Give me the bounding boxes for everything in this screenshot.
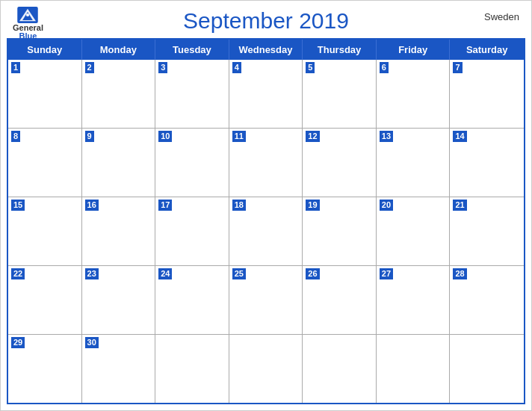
day-cell-28: 28 [450,266,524,334]
day-cell-13: 13 [377,129,451,197]
day-cell-22: 22 [8,266,82,334]
day-cell-5: 5 [303,60,377,128]
day-number: 7 [453,62,462,73]
day-number: 19 [306,200,319,211]
day-number: 2 [85,62,94,73]
day-cell-15: 15 [8,197,82,265]
day-cell-16: 16 [82,197,156,265]
day-cell-11: 11 [229,129,303,197]
day-cell-20: 20 [377,197,451,265]
day-cell-14: 14 [450,129,524,197]
day-cell-18: 18 [229,197,303,265]
day-number: 11 [232,131,246,142]
day-cell-1: 1 [8,60,82,128]
day-number: 3 [158,62,167,73]
day-cell-24: 24 [155,266,229,334]
day-number: 6 [380,62,389,73]
day-cell-23: 23 [82,266,156,334]
week-row-5: 2930 [8,334,524,403]
day-number: 23 [85,268,99,279]
day-header-thursday: Thursday [303,40,377,60]
weeks-container: 1234567891011121314151617181920212223242… [8,60,524,403]
day-number: 14 [453,131,466,142]
day-cell-empty [229,335,303,403]
day-number: 13 [380,131,393,142]
day-number: 22 [11,268,25,279]
day-number: 26 [306,268,319,279]
day-number: 21 [453,200,466,211]
day-number: 12 [306,131,319,142]
week-row-2: 891011121314 [8,128,524,197]
day-cell-empty [303,335,377,403]
day-cell-19: 19 [303,197,377,265]
day-number: 5 [306,62,315,73]
day-cell-8: 8 [8,129,82,197]
week-row-1: 1234567 [8,60,524,128]
day-number: 27 [380,268,393,279]
day-number: 30 [85,337,99,348]
day-cell-21: 21 [450,197,524,265]
day-cell-9: 9 [82,129,156,197]
generalblue-logo-icon [17,7,38,23]
day-number: 25 [232,268,246,279]
day-cell-30: 30 [82,335,156,403]
week-row-4: 22232425262728 [8,265,524,334]
day-number: 20 [380,200,393,211]
day-header-wednesday: Wednesday [229,40,303,60]
day-cell-25: 25 [229,266,303,334]
week-row-3: 15161718192021 [8,197,524,265]
day-number: 24 [158,268,172,279]
day-cell-10: 10 [155,129,229,197]
day-cell-12: 12 [303,129,377,197]
day-header-saturday: Saturday [450,40,524,60]
day-number: 16 [85,200,99,211]
calendar-grid: SundayMondayTuesdayWednesdayThursdayFrid… [7,38,525,404]
day-cell-empty [377,335,451,403]
day-number: 18 [232,200,246,211]
calendar-title: September 2019 [183,8,349,34]
logo-area: General Blue [13,7,43,40]
svg-point-3 [26,13,29,16]
day-header-monday: Monday [82,40,156,60]
logo-blue-text: Blue [19,32,37,40]
day-number: 29 [11,337,25,348]
day-cell-3: 3 [155,60,229,128]
day-cell-empty [155,335,229,403]
calendar-container: General Blue September 2019 Sweden Sunda… [0,0,532,411]
day-header-tuesday: Tuesday [155,40,229,60]
day-cell-27: 27 [377,266,451,334]
day-number: 8 [11,131,20,142]
day-cell-6: 6 [377,60,451,128]
day-cell-2: 2 [82,60,156,128]
day-cell-4: 4 [229,60,303,128]
day-number: 10 [158,131,172,142]
country-label: Sweden [484,11,519,22]
day-cell-26: 26 [303,266,377,334]
day-number: 15 [11,200,25,211]
day-number: 17 [158,200,172,211]
day-cell-17: 17 [155,197,229,265]
day-number: 4 [232,62,241,73]
day-number: 1 [11,62,20,73]
day-cell-7: 7 [450,60,524,128]
day-header-friday: Friday [377,40,451,60]
day-header-sunday: Sunday [8,40,82,60]
day-headers-row: SundayMondayTuesdayWednesdayThursdayFrid… [8,40,524,60]
day-cell-empty [450,335,524,403]
calendar-header: General Blue September 2019 Sweden [1,1,531,38]
day-cell-29: 29 [8,335,82,403]
day-number: 9 [85,131,94,142]
day-number: 28 [453,268,466,279]
